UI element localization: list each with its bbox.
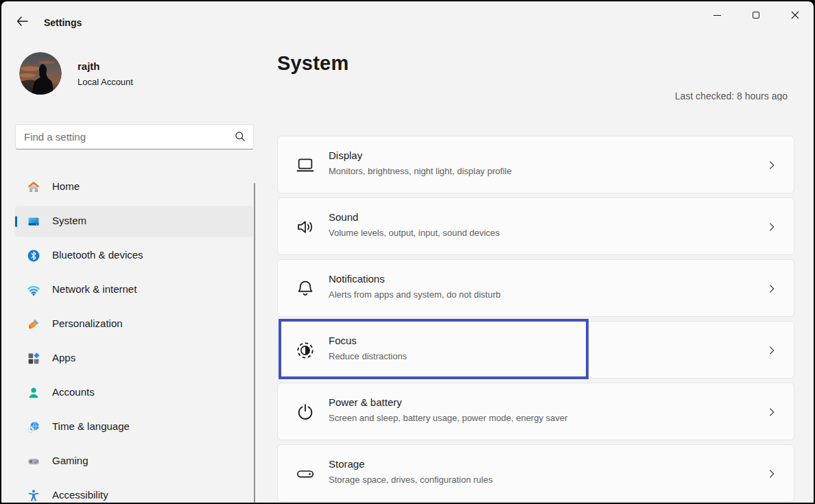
sidebar-scrollbar[interactable] [254, 183, 255, 503]
sidebar-item-label: Bluetooth & devices [52, 249, 143, 261]
card-title: Storage [329, 458, 365, 470]
search-icon [234, 130, 246, 143]
selected-indicator [15, 216, 17, 227]
card-subtitle: Screen and sleep, battery usage, power m… [329, 413, 567, 423]
close-icon [791, 11, 799, 19]
settings-card-list: Display Monitors, brightness, night ligh… [277, 136, 794, 503]
card-title: Sound [329, 211, 358, 223]
time-language-icon [27, 420, 40, 434]
settings-window: Settings [1, 1, 814, 503]
card-display[interactable]: Display Monitors, brightness, night ligh… [277, 136, 794, 193]
chevron-right-icon [766, 407, 777, 418]
card-subtitle: Monitors, brightness, night light, displ… [329, 166, 512, 176]
sidebar-item-label: Time & language [52, 420, 130, 432]
sidebar-item-apps[interactable]: Apps [15, 343, 253, 374]
card-title: Focus [329, 335, 357, 346]
accounts-icon [27, 386, 40, 400]
sidebar-item-label: Accessibility [52, 489, 108, 501]
maximize-icon [753, 12, 759, 19]
titlebar: Settings [1, 1, 814, 34]
chevron-right-icon [766, 468, 777, 479]
chevron-right-icon [766, 221, 777, 232]
back-arrow-icon [16, 16, 29, 27]
sidebar-item-time-language[interactable]: Time & language [15, 411, 253, 443]
card-subtitle: Storage space, drives, configuration rul… [329, 475, 493, 485]
display-icon [294, 154, 316, 176]
sidebar-item-label: Home [52, 180, 80, 192]
system-icon [27, 215, 40, 228]
chevron-right-icon [766, 283, 777, 294]
card-storage[interactable]: Storage Storage space, drives, configura… [277, 444, 794, 502]
focus-icon [294, 339, 316, 361]
card-focus[interactable]: Focus Reduce distractions [277, 321, 794, 379]
personalization-icon [27, 317, 40, 331]
home-icon [27, 180, 40, 194]
account-type: Local Account [78, 77, 133, 87]
close-button[interactable] [779, 1, 811, 29]
page-title: System [277, 52, 349, 75]
gaming-icon [27, 455, 40, 468]
sidebar-item-label: Apps [52, 352, 75, 363]
sidebar-nav: Home System Bluetooth & devices [15, 171, 253, 503]
card-sound[interactable]: Sound Volume levels, output, input, soun… [277, 197, 794, 255]
card-notifications[interactable]: Notifications Alerts from apps and syste… [277, 259, 794, 317]
sidebar-item-label: Network & internet [52, 283, 137, 295]
bluetooth-icon [27, 249, 40, 263]
card-title: Notifications [329, 273, 385, 285]
sidebar-item-home[interactable]: Home [15, 171, 253, 203]
window-title: Settings [44, 17, 82, 28]
card-power-battery[interactable]: Power & battery Screen and sleep, batter… [277, 383, 794, 440]
sound-icon [294, 216, 316, 238]
sidebar-item-label: System [52, 215, 86, 226]
accessibility-icon [27, 489, 40, 503]
back-button[interactable] [11, 12, 33, 30]
sidebar-item-accounts[interactable]: Accounts [15, 377, 253, 409]
sidebar-item-label: Gaming [52, 455, 88, 466]
minimize-button[interactable] [701, 1, 733, 29]
notifications-icon [294, 278, 316, 300]
card-title: Display [329, 149, 362, 161]
search-input[interactable] [24, 125, 230, 149]
network-icon [27, 283, 40, 297]
sidebar-item-label: Personalization [52, 317, 123, 329]
card-subtitle: Alerts from apps and system, do not dist… [329, 289, 501, 300]
account-name: rajth [78, 60, 100, 72]
last-checked-text: Last checked: 8 hours ago [675, 90, 788, 101]
avatar [19, 52, 62, 95]
sidebar-item-bluetooth-devices[interactable]: Bluetooth & devices [15, 240, 253, 272]
card-subtitle: Reduce distractions [329, 351, 407, 361]
sidebar-item-network-internet[interactable]: Network & internet [15, 274, 253, 306]
sidebar-item-label: Accounts [52, 386, 95, 398]
minimize-icon [713, 15, 721, 16]
account-header[interactable]: rajth Local Account [19, 51, 246, 96]
card-subtitle: Volume levels, output, input, sound devi… [329, 228, 499, 238]
sidebar-item-gaming[interactable]: Gaming [15, 446, 253, 477]
power-icon [294, 401, 316, 423]
card-title: Power & battery [329, 396, 402, 408]
search-box [15, 124, 254, 149]
sidebar-item-system[interactable]: System [15, 206, 253, 237]
chevron-right-icon [766, 345, 777, 356]
sidebar-item-personalization[interactable]: Personalization [15, 309, 253, 340]
maximize-button[interactable] [740, 1, 772, 29]
storage-icon [294, 463, 316, 485]
apps-icon [27, 352, 40, 365]
chevron-right-icon [766, 160, 777, 171]
last-checked-status: Last checked: 8 hours ago [633, 90, 788, 101]
sidebar-item-accessibility[interactable]: Accessibility [15, 480, 253, 503]
